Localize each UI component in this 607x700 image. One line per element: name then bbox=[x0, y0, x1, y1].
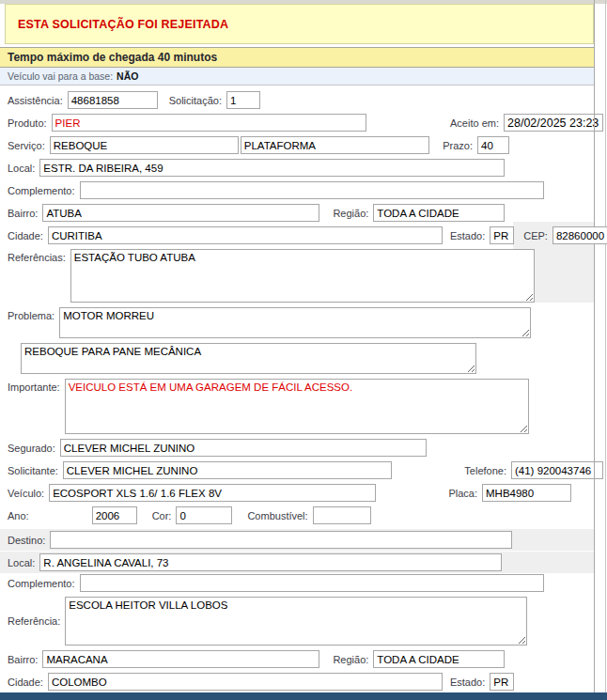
telefone-input[interactable] bbox=[511, 461, 603, 479]
placa-label: Placa: bbox=[448, 488, 477, 499]
cor-input[interactable] bbox=[176, 506, 232, 524]
problema-row: Problema: MOTOR MORREU bbox=[0, 307, 594, 338]
servico-tipo-input[interactable] bbox=[241, 136, 429, 154]
estado-destino-label: Estado: bbox=[450, 677, 485, 688]
servico-label: Serviço: bbox=[8, 140, 45, 151]
importante-label: Importante: bbox=[8, 379, 60, 393]
complemento-destino-label: Complemento: bbox=[8, 578, 75, 589]
base-bar: Veículo vai para a base: NÃO bbox=[0, 68, 594, 86]
problema-descricao-row: REBOQUE PARA PANE MECÂNICA bbox=[0, 343, 594, 374]
arrival-time-text: Tempo máximo de chegada 40 minutos bbox=[8, 51, 217, 64]
segurado-row: Segurado: bbox=[0, 439, 594, 457]
local-destino-label: Local: bbox=[8, 557, 35, 568]
segurado-input[interactable] bbox=[60, 439, 427, 457]
solicitacao-label: Solicitação: bbox=[169, 95, 222, 106]
telefone-label: Telefone: bbox=[464, 465, 506, 476]
prazo-label: Prazo: bbox=[443, 140, 473, 151]
local-origem-row: Local: bbox=[0, 159, 594, 177]
cep-input[interactable] bbox=[553, 226, 607, 244]
bairro-destino-label: Bairro: bbox=[8, 654, 38, 665]
combustivel-label: Combustível: bbox=[247, 510, 307, 521]
referencias-row: Referências: ESTAÇÃO TUBO ATUBA bbox=[0, 249, 594, 303]
regiao-destino-input[interactable] bbox=[373, 650, 505, 668]
veiculo-row: Veículo: Placa: bbox=[0, 484, 594, 502]
assistencia-label: Assistência: bbox=[8, 95, 63, 106]
regiao-origem-input[interactable] bbox=[373, 204, 505, 222]
window-right-edge bbox=[605, 0, 606, 700]
referencia-destino-label: Referência: bbox=[8, 615, 60, 627]
veiculo-input[interactable] bbox=[49, 484, 376, 502]
estado-origem-label: Estado: bbox=[450, 230, 485, 241]
base-bar-value: NÃO bbox=[117, 70, 138, 82]
cor-label: Cor: bbox=[152, 510, 172, 521]
ano-cor-combustivel-row: Ano: Cor: Combustível: bbox=[0, 506, 594, 524]
problema-textarea[interactable]: MOTOR MORREU bbox=[59, 307, 531, 338]
rejection-banner-text: ESTA SOLICITAÇÃO FOI REJEITADA bbox=[18, 18, 228, 31]
regiao-destino-label: Região: bbox=[333, 654, 368, 665]
form-right-border bbox=[594, 0, 595, 692]
segurado-label: Segurado: bbox=[8, 443, 55, 454]
complemento-destino-row: Complemento: bbox=[0, 574, 594, 592]
combustivel-input[interactable] bbox=[313, 506, 371, 524]
ano-input[interactable] bbox=[92, 506, 137, 524]
problema-descricao-textarea[interactable]: REBOQUE PARA PANE MECÂNICA bbox=[21, 343, 476, 374]
aceito-em-label: Aceito em: bbox=[450, 117, 499, 129]
solicitacao-input[interactable] bbox=[226, 91, 260, 109]
aceito-em-input[interactable] bbox=[504, 114, 603, 132]
local-origem-input[interactable] bbox=[39, 159, 505, 177]
prazo-input[interactable] bbox=[477, 136, 509, 154]
produto-row: Produto: Aceito em: bbox=[0, 114, 594, 132]
bottom-status-bar bbox=[0, 692, 607, 700]
local-origem-label: Local: bbox=[8, 163, 35, 174]
destino-label: Destino: bbox=[8, 535, 45, 546]
base-bar-label: Veículo vai para a base: bbox=[8, 70, 113, 82]
bairro-destino-input[interactable] bbox=[42, 650, 319, 668]
veiculo-label: Veículo: bbox=[8, 488, 44, 499]
assistencia-row: Assistência: Solicitação: bbox=[0, 91, 594, 109]
local-destino-input[interactable] bbox=[39, 553, 502, 571]
cidade-destino-label: Cidade: bbox=[8, 677, 43, 688]
cidade-origem-input[interactable] bbox=[48, 226, 443, 244]
servico-row: Serviço: Prazo: bbox=[0, 136, 594, 154]
cidade-origem-row: Cidade: Estado: CEP: bbox=[0, 226, 594, 244]
destino-row: Destino: bbox=[0, 529, 594, 551]
cidade-origem-label: Cidade: bbox=[8, 230, 43, 241]
regiao-origem-label: Região: bbox=[333, 208, 368, 219]
solicitante-row: Solicitante: Telefone: bbox=[0, 461, 594, 479]
estado-destino-input[interactable] bbox=[490, 673, 514, 691]
solicitante-input[interactable] bbox=[63, 461, 392, 479]
solicitante-label: Solicitante: bbox=[8, 465, 58, 476]
ano-label: Ano: bbox=[8, 510, 29, 521]
referencia-destino-row: Referência: ESCOLA HEITOR VILLA LOBOS bbox=[0, 597, 594, 646]
destino-input[interactable] bbox=[50, 531, 512, 549]
produto-label: Produto: bbox=[8, 117, 47, 129]
referencias-label: Referências: bbox=[8, 249, 66, 263]
cep-label: CEP: bbox=[523, 230, 548, 241]
cidade-destino-row: Cidade: Estado: bbox=[0, 673, 594, 691]
rejection-banner: ESTA SOLICITAÇÃO FOI REJEITADA bbox=[5, 4, 594, 44]
complemento-origem-label: Complemento: bbox=[8, 185, 75, 196]
complemento-destino-input[interactable] bbox=[80, 574, 544, 592]
request-form: Assistência: Solicitação: Produto: Aceit… bbox=[0, 86, 594, 691]
importante-textarea[interactable]: VEICULO ESTÁ EM UMA GARAGEM DE FÁCIL ACE… bbox=[65, 379, 529, 434]
estado-origem-input[interactable] bbox=[490, 226, 514, 244]
bairro-origem-label: Bairro: bbox=[8, 208, 38, 219]
assistencia-input[interactable] bbox=[68, 91, 158, 109]
bairro-origem-row: Bairro: Região: bbox=[0, 204, 594, 222]
referencia-destino-textarea[interactable]: ESCOLA HEITOR VILLA LOBOS bbox=[65, 597, 527, 646]
bairro-origem-input[interactable] bbox=[42, 204, 319, 222]
cidade-destino-input[interactable] bbox=[48, 673, 443, 691]
problema-label: Problema: bbox=[8, 307, 54, 321]
local-destino-row: Local: bbox=[0, 552, 594, 573]
produto-input[interactable] bbox=[52, 114, 366, 132]
referencias-textarea[interactable]: ESTAÇÃO TUBO ATUBA bbox=[70, 249, 535, 303]
placa-input[interactable] bbox=[482, 484, 571, 502]
complemento-origem-input[interactable] bbox=[80, 181, 544, 199]
arrival-time-bar: Tempo máximo de chegada 40 minutos bbox=[0, 47, 594, 68]
importante-row: Importante: VEICULO ESTÁ EM UMA GARAGEM … bbox=[0, 379, 594, 434]
servico-input[interactable] bbox=[50, 136, 239, 154]
bairro-destino-row: Bairro: Região: bbox=[0, 650, 594, 668]
complemento-origem-row: Complemento: bbox=[0, 181, 594, 199]
